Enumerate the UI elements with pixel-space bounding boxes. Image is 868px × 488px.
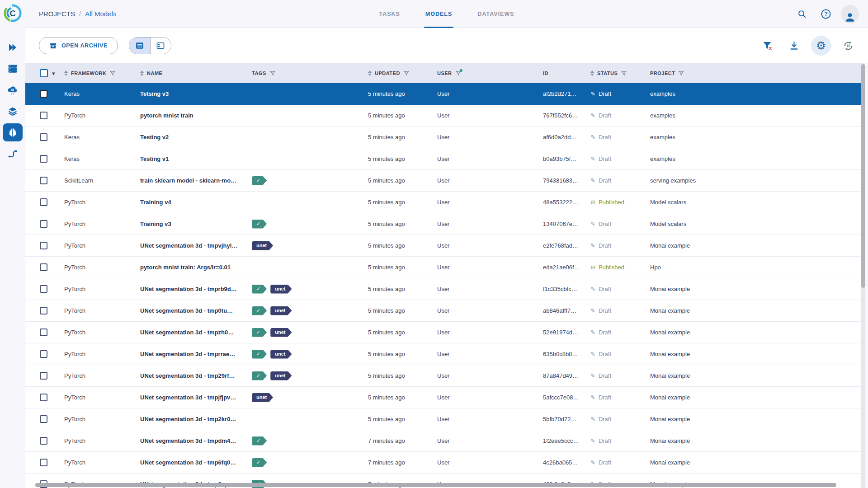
table-row[interactable]: ScikitLearntrain sklearn model - sklearn… xyxy=(25,170,861,192)
filter-icon[interactable] xyxy=(403,70,410,76)
row-checkbox[interactable] xyxy=(40,242,47,249)
table-row[interactable]: PyTorchUNet segmentation 3d - tmp6fq0…✓7… xyxy=(25,452,861,474)
filter-icon[interactable] xyxy=(455,70,462,76)
sort-icon[interactable] xyxy=(140,70,144,76)
updated-cell: 5 minutes ago xyxy=(362,112,431,119)
status-label: Draft xyxy=(599,221,611,227)
row-checkbox[interactable] xyxy=(40,133,47,141)
sidebar-item-models[interactable] xyxy=(3,123,23,141)
column-header-updated[interactable]: UPDATED xyxy=(362,70,431,76)
draft-icon: ✎ xyxy=(590,155,595,162)
project-cell: Monai example xyxy=(646,242,861,249)
row-checkbox[interactable] xyxy=(40,198,47,206)
column-header-name[interactable]: NAME xyxy=(140,70,252,76)
column-header-id[interactable]: ID xyxy=(537,70,588,76)
framework-cell: PyTorch xyxy=(64,221,140,227)
column-header-status[interactable]: STATUS xyxy=(588,70,646,76)
tab-bar: TASKS MODELS DATAVIEWS xyxy=(378,0,515,28)
horizontal-scrollbar-thumb[interactable] xyxy=(35,483,836,487)
sidebar-item-workers-queues[interactable] xyxy=(3,60,23,78)
user-cell: User xyxy=(431,90,537,97)
id-cell: f1c335cbfc… xyxy=(537,286,588,292)
row-checkbox[interactable] xyxy=(40,285,47,293)
row-checkbox[interactable] xyxy=(40,90,47,98)
model-name: UNet segmentation 3d - tmp29rf… xyxy=(140,372,252,379)
status-cell: ✎Draft xyxy=(588,177,646,184)
table-view-button[interactable] xyxy=(129,38,150,54)
status-label: Published xyxy=(599,199,624,206)
row-checkbox[interactable] xyxy=(40,177,47,184)
row-checkbox[interactable] xyxy=(40,112,47,119)
column-header-tags[interactable]: TAGS xyxy=(252,70,362,76)
breadcrumb-all-models[interactable]: All Models xyxy=(85,10,116,18)
column-header-user[interactable]: USER xyxy=(431,70,537,76)
sidebar-item-autoscalers[interactable] xyxy=(3,81,23,99)
model-name: UNet segmentation 3d - tmpdm4… xyxy=(140,437,252,444)
sidebar-item-expand[interactable] xyxy=(3,38,23,56)
sort-icon[interactable] xyxy=(64,70,68,76)
filter-icon[interactable] xyxy=(269,70,276,76)
table-row[interactable]: PyTorchTraining v45 minutes agoUser48a55… xyxy=(25,192,861,213)
row-checkbox[interactable] xyxy=(40,394,47,401)
search-icon[interactable] xyxy=(793,5,811,23)
filter-icon[interactable] xyxy=(621,70,627,76)
table-row[interactable]: PyTorchUNet segmentation 3d - tmpjfjpv…u… xyxy=(25,387,861,408)
filter-icon[interactable] xyxy=(678,70,684,76)
table-row[interactable]: PyTorchUNet segmentation 3d - tmp0tu…✓un… xyxy=(25,300,861,322)
row-checkbox[interactable] xyxy=(40,307,47,314)
vertical-scrollbar-thumb[interactable] xyxy=(861,64,865,288)
row-checkbox[interactable] xyxy=(40,350,47,358)
table-row[interactable]: PyTorchUNet segmentation 3d - tmprrae…✓u… xyxy=(25,343,861,365)
table-row[interactable]: PyTorchUNet segmentation 3d - tmprb9d…✓u… xyxy=(25,278,861,300)
row-checkbox[interactable] xyxy=(40,155,47,163)
row-checkbox[interactable] xyxy=(40,372,47,380)
select-all-checkbox[interactable] xyxy=(40,69,48,77)
top-header: PROJECTS / All Models TASKS MODELS DATAV… xyxy=(25,0,868,28)
column-header-framework[interactable]: FRAMEWORK xyxy=(64,70,140,76)
tab-tasks[interactable]: TASKS xyxy=(378,0,401,28)
header-icons: ? xyxy=(793,5,859,23)
table-row[interactable]: PyTorchpytorch mnist train5 minutes agoU… xyxy=(25,105,861,127)
table-row[interactable]: PyTorchUNet segmentation 3d - tmpzh0…✓un… xyxy=(25,322,861,343)
table-row[interactable]: PyTorchUNet segmentation 3d - tmpdm4…✓7 … xyxy=(25,430,861,452)
row-checkbox[interactable] xyxy=(40,328,47,336)
updated-cell: 5 minutes ago xyxy=(362,242,431,249)
tab-models[interactable]: MODELS xyxy=(425,0,453,28)
row-checkbox[interactable] xyxy=(40,459,47,466)
row-checkbox[interactable] xyxy=(40,437,47,445)
sort-icon[interactable] xyxy=(590,70,594,76)
table-row[interactable]: KerasTetsing v35 minutes agoUseraf2b2d27… xyxy=(25,83,861,105)
sort-icon[interactable] xyxy=(368,70,372,76)
row-checkbox[interactable] xyxy=(40,415,47,423)
clearml-logo-icon[interactable]: C xyxy=(3,3,23,23)
filter-icon[interactable] xyxy=(109,70,116,76)
table-row[interactable]: KerasTesting v25 minutes agoUseraf6d0a2d… xyxy=(25,127,861,148)
card-view-button[interactable] xyxy=(150,38,171,54)
download-icon[interactable] xyxy=(785,37,803,55)
table-row[interactable]: PyTorchUNet segmentation 3d - tmpvjhyl…u… xyxy=(25,235,861,257)
table-row[interactable]: PyTorchUNet segmentation 3d - tmp29rf…✓u… xyxy=(25,365,861,387)
pipelines-icon xyxy=(7,148,18,159)
model-name: UNet segmentation 3d - tmp0tu… xyxy=(140,307,252,314)
id-cell: 1f2eee5ccc… xyxy=(537,437,588,444)
table-row[interactable]: PyTorchpytorch mnist train: Args/lr=0.01… xyxy=(25,257,861,278)
settings-icon[interactable]: ⚙ xyxy=(811,36,831,56)
toolbar-icons: ⚙ xyxy=(759,36,857,56)
clear-filters-icon[interactable] xyxy=(759,37,777,55)
column-header-project[interactable]: PROJECT xyxy=(646,70,861,76)
auto-refresh-icon[interactable] xyxy=(839,37,857,55)
table-row[interactable]: PyTorchTraining v3✓5 minutes agoUser1340… xyxy=(25,213,861,235)
status-cell: ✎Draft xyxy=(588,416,646,422)
select-dropdown-caret[interactable]: ▾ xyxy=(52,70,55,77)
breadcrumb-projects[interactable]: PROJECTS xyxy=(39,10,75,18)
sidebar-item-pipelines[interactable] xyxy=(3,145,23,163)
row-checkbox[interactable] xyxy=(40,263,47,271)
sidebar-item-datasets[interactable] xyxy=(3,102,23,120)
tab-dataviews[interactable]: DATAVIEWS xyxy=(476,0,515,28)
table-row[interactable]: PyTorchUNet segmentation 3d - tmp2kr0…5 … xyxy=(25,408,861,430)
open-archive-button[interactable]: OPEN ARCHIVE xyxy=(39,37,118,54)
user-avatar[interactable] xyxy=(841,5,859,23)
help-icon[interactable]: ? xyxy=(817,5,835,23)
row-checkbox[interactable] xyxy=(40,220,47,228)
table-row[interactable]: KerasTesting v15 minutes agoUserb0a93b75… xyxy=(25,148,861,170)
